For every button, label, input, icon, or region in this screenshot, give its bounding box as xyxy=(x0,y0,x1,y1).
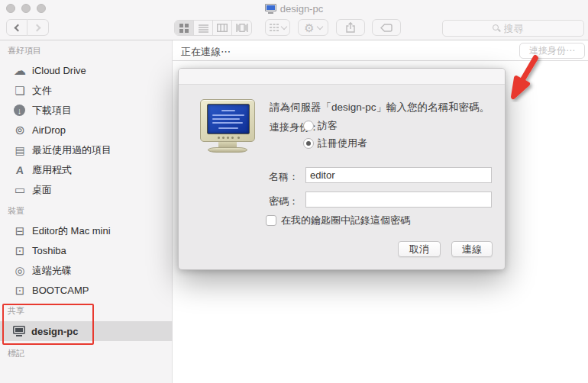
sidebar-section-favorites: 喜好項目 xyxy=(8,45,41,56)
dialog-message: 請為伺服器「design-pc」輸入您的名稱和密碼。 xyxy=(270,101,495,114)
icon-view-button[interactable] xyxy=(175,21,194,35)
sidebar-item-design-pc[interactable]: design-pc xyxy=(0,321,173,341)
chevron-right-icon xyxy=(33,24,40,31)
tag-icon xyxy=(380,24,393,32)
finder-window: design-pc xyxy=(0,0,588,383)
search-field[interactable] xyxy=(442,20,584,37)
sidebar-item-recents[interactable]: 最近使用過的項目 xyxy=(0,140,173,159)
sidebar-item-icloud-drive[interactable]: iCloud Drive xyxy=(0,61,173,80)
group-by-button[interactable] xyxy=(265,19,290,36)
coverflow-view-icon xyxy=(236,24,248,32)
cloud-icon xyxy=(13,64,27,78)
download-icon xyxy=(14,105,25,116)
registered-user-radio[interactable] xyxy=(303,138,314,149)
hard-drive-icon xyxy=(13,284,27,298)
dialog-titlebar xyxy=(179,69,505,85)
grid-view-icon xyxy=(179,24,189,33)
sidebar-item-toshiba[interactable]: Toshiba xyxy=(0,241,173,260)
sidebar-item-desktop[interactable]: 桌面 xyxy=(0,180,173,199)
sidebar-section-tags: 標記 xyxy=(8,348,24,359)
display-icon xyxy=(12,324,26,338)
search-icon xyxy=(493,24,501,33)
recents-icon xyxy=(13,143,27,157)
sidebar-section-shared: 共享 xyxy=(8,305,24,316)
view-switcher xyxy=(174,20,252,36)
guest-radio-row[interactable]: 訪客 xyxy=(303,119,338,133)
chevron-down-icon xyxy=(280,23,286,29)
connect-button[interactable]: 連線 xyxy=(451,241,493,257)
chevron-down-icon xyxy=(316,23,322,29)
auth-dialog: 請為伺服器「design-pc」輸入您的名稱和密碼。 連接身份： 訪客 註冊使用… xyxy=(178,68,506,270)
pc-server-icon xyxy=(199,99,258,156)
window-chrome: design-pc xyxy=(0,0,588,40)
back-button[interactable] xyxy=(6,19,27,36)
airdrop-icon xyxy=(13,124,27,137)
connecting-status: 正在連線⋯ xyxy=(181,45,231,59)
toolbar: ⚙ xyxy=(0,17,588,40)
coverflow-view-button[interactable] xyxy=(232,21,251,35)
registered-user-radio-row[interactable]: 註冊使用者 xyxy=(303,137,367,150)
sidebar-item-remote-disc[interactable]: 遠端光碟 xyxy=(0,261,173,280)
sidebar-item-mac-mini[interactable]: Editor的 Mac mini xyxy=(0,221,173,240)
name-input[interactable] xyxy=(305,167,492,183)
column-view-icon xyxy=(217,24,228,32)
window-title: design-pc xyxy=(280,3,323,14)
remember-password-row[interactable]: 在我的鑰匙圈中記錄這個密碼 xyxy=(266,214,410,227)
status-bar: 正在連線⋯ 連接身份⋯ xyxy=(173,40,588,61)
desktop-icon xyxy=(13,183,27,197)
password-input[interactable] xyxy=(305,192,492,208)
optical-disc-icon xyxy=(13,264,27,278)
list-view-button[interactable] xyxy=(194,21,213,35)
connect-as-button[interactable]: 連接身份⋯ xyxy=(519,43,585,59)
search-input[interactable] xyxy=(504,23,535,34)
sidebar-item-documents[interactable]: 文件 xyxy=(0,81,173,100)
cancel-button[interactable]: 取消 xyxy=(398,241,441,257)
gear-icon: ⚙ xyxy=(304,22,314,34)
remember-password-checkbox[interactable] xyxy=(266,215,276,226)
sidebar-section-devices: 裝置 xyxy=(8,205,24,216)
sidebar-item-downloads[interactable]: 下載項目 xyxy=(0,101,173,120)
share-button[interactable] xyxy=(336,19,365,36)
forward-button[interactable] xyxy=(27,19,49,36)
column-view-button[interactable] xyxy=(213,21,232,35)
sidebar-item-applications[interactable]: 應用程式 xyxy=(0,160,173,179)
sidebar-item-airdrop[interactable]: AirDrop xyxy=(0,121,173,140)
action-menu-button[interactable]: ⚙ xyxy=(298,19,328,36)
server-proxy-icon xyxy=(265,4,276,14)
name-label: 名稱： xyxy=(269,170,299,184)
group-icon xyxy=(270,24,279,32)
applications-icon xyxy=(13,163,27,177)
share-icon xyxy=(346,22,355,33)
guest-radio[interactable] xyxy=(303,121,314,131)
password-label: 密碼： xyxy=(269,195,299,208)
sidebar-item-bootcamp[interactable]: BOOTCAMP xyxy=(0,281,173,300)
list-view-icon xyxy=(199,24,208,33)
hard-drive-icon xyxy=(13,244,27,258)
sidebar: 喜好項目 iCloud Drive 文件 下載項目 AirDrop 最近使用過的… xyxy=(0,40,173,383)
documents-icon xyxy=(13,84,27,98)
tags-button[interactable] xyxy=(372,19,401,36)
titlebar: design-pc xyxy=(0,0,588,17)
mac-mini-icon xyxy=(13,224,27,238)
chevron-left-icon xyxy=(15,24,22,31)
